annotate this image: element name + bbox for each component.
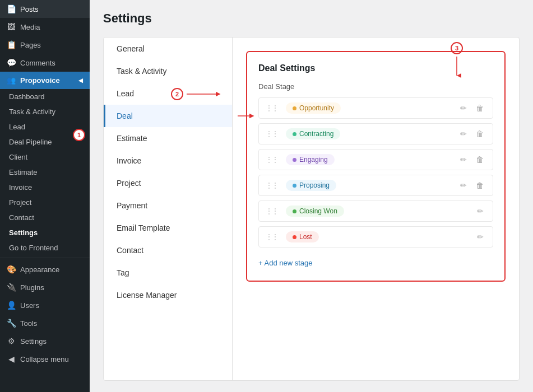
sidebar-item-appearance[interactable]: 🎨 Appearance xyxy=(0,260,90,278)
drag-handle-proposing[interactable]: ⋮⋮ xyxy=(266,181,278,189)
delete-opportunity-button[interactable]: 🗑 xyxy=(474,102,486,114)
stage-row-opportunity: ⋮⋮ Opportunity ✏ 🗑 xyxy=(258,97,493,119)
plugins-icon: 🔌 xyxy=(7,283,16,292)
stage-badge-proposing: Proposing xyxy=(286,180,336,191)
stage-actions-engaging: ✏ 🗑 xyxy=(458,154,486,165)
engaging-dot xyxy=(293,158,296,162)
proposing-dot xyxy=(293,184,296,188)
drag-handle-closing-won[interactable]: ⋮⋮ xyxy=(266,207,278,215)
sidebar: 📄 Posts 🖼 Media 📋 Pages 💬 Comments 👥 Pro… xyxy=(0,0,90,392)
settings-nav: General Task & Activity Lead Deal xyxy=(104,38,233,380)
stage-actions-lost: ✏ xyxy=(475,231,486,242)
posts-icon: 📄 xyxy=(7,4,16,13)
edit-engaging-button[interactable]: ✏ xyxy=(458,154,469,165)
sidebar-item-settings[interactable]: Settings xyxy=(0,225,90,240)
settings-nav-email-template[interactable]: Email Template xyxy=(104,217,232,239)
deal-settings-border: Deal Settings Deal Stage ⋮⋮ Opportunity … xyxy=(246,51,506,282)
sidebar-item-plugins[interactable]: 🔌 Plugins xyxy=(0,278,90,296)
stage-row-lost: ⋮⋮ Lost ✏ xyxy=(258,226,493,248)
settings-layout: General Task & Activity Lead Deal xyxy=(103,37,520,381)
settings-area: Settings General Task & Activity Lead De… xyxy=(90,0,533,392)
settings-nav-task-activity[interactable]: Task & Activity xyxy=(104,60,232,82)
stage-badge-engaging: Engaging xyxy=(286,154,335,165)
media-icon: 🖼 xyxy=(7,22,16,31)
delete-engaging-button[interactable]: 🗑 xyxy=(474,154,486,165)
sidebar-item-settings-wp[interactable]: ⚙ Settings xyxy=(0,332,90,350)
stage-actions-contracting: ✏ 🗑 xyxy=(458,128,486,139)
collapse-icon: ◀ xyxy=(7,354,16,363)
add-stage-button[interactable]: + Add new stage xyxy=(258,256,313,269)
settings-nav-lead[interactable]: Lead xyxy=(104,82,232,105)
sidebar-item-comments[interactable]: 💬 Comments xyxy=(0,54,90,72)
edit-contracting-button[interactable]: ✏ xyxy=(458,128,469,139)
users-icon: 👤 xyxy=(7,301,16,310)
settings-nav-deal[interactable]: Deal xyxy=(104,105,232,127)
settings-nav-general[interactable]: General xyxy=(104,38,232,60)
drag-handle-engaging[interactable]: ⋮⋮ xyxy=(266,156,278,164)
sidebar-item-estimate[interactable]: Estimate xyxy=(0,165,90,180)
page-title: Settings xyxy=(103,11,520,26)
sidebar-item-dashboard[interactable]: Dashboard xyxy=(0,89,90,104)
stage-badge-contracting: Contracting xyxy=(286,128,340,139)
propovoice-icon: 👥 xyxy=(7,76,16,85)
stage-actions-closing-won: ✏ xyxy=(475,206,486,217)
drag-handle-opportunity[interactable]: ⋮⋮ xyxy=(266,104,278,112)
lost-dot xyxy=(293,235,296,239)
settings-nav-license-manager[interactable]: License Manager xyxy=(104,284,232,306)
sidebar-item-media[interactable]: 🖼 Media xyxy=(0,18,90,36)
stage-actions-proposing: ✏ 🗑 xyxy=(458,180,486,191)
deal-settings-title: Deal Settings xyxy=(258,63,493,73)
tools-icon: 🔧 xyxy=(7,319,16,328)
pages-icon: 📋 xyxy=(7,40,16,49)
opportunity-dot xyxy=(293,106,296,110)
edit-closing-won-button[interactable]: ✏ xyxy=(475,206,486,217)
sidebar-item-posts[interactable]: 📄 Posts xyxy=(0,0,90,18)
sidebar-item-collapse[interactable]: ◀ Collapse menu xyxy=(0,350,90,368)
sidebar-item-tools[interactable]: 🔧 Tools xyxy=(0,314,90,332)
main-content: Settings General Task & Activity Lead De… xyxy=(90,0,533,392)
sidebar-item-go-to-frontend[interactable]: Go to Frontend xyxy=(0,240,90,255)
edit-opportunity-button[interactable]: ✏ xyxy=(458,102,469,114)
sidebar-item-pages[interactable]: 📋 Pages xyxy=(0,36,90,54)
stage-row-contracting: ⋮⋮ Contracting ✏ 🗑 xyxy=(258,123,493,144)
settings-nav-tag[interactable]: Tag xyxy=(104,262,232,284)
edit-proposing-button[interactable]: ✏ xyxy=(458,180,469,191)
sidebar-propovoice[interactable]: 👥 Propovoice xyxy=(0,72,90,89)
stage-badge-lost: Lost xyxy=(286,231,319,242)
stage-badge-opportunity: Opportunity xyxy=(286,102,341,114)
sidebar-item-client[interactable]: Client xyxy=(0,150,90,165)
sidebar-item-task-activity[interactable]: Task & Activity xyxy=(0,104,90,119)
edit-lost-button[interactable]: ✏ xyxy=(475,231,486,242)
sidebar-item-users[interactable]: 👤 Users xyxy=(0,296,90,314)
sidebar-sub-menu: Dashboard Task & Activity Lead Deal Pipe… xyxy=(0,89,90,255)
stage-row-proposing: ⋮⋮ Proposing ✏ 🗑 xyxy=(258,175,493,196)
stage-row-engaging: ⋮⋮ Engaging ✏ 🗑 xyxy=(258,149,493,170)
sidebar-item-contact[interactable]: Contact xyxy=(0,210,90,225)
sidebar-divider xyxy=(0,258,90,258)
drag-handle-contracting[interactable]: ⋮⋮ xyxy=(266,130,278,138)
sidebar-item-project[interactable]: Project xyxy=(0,195,90,210)
appearance-icon: 🎨 xyxy=(7,265,16,274)
deal-settings-panel: 3 2 xyxy=(233,38,519,380)
drag-handle-lost[interactable]: ⋮⋮ xyxy=(266,233,278,241)
stage-row-closing-won: ⋮⋮ Closing Won ✏ xyxy=(258,200,493,222)
settings-wp-icon: ⚙ xyxy=(7,337,16,346)
stage-actions-opportunity: ✏ 🗑 xyxy=(458,102,486,114)
settings-nav-estimate[interactable]: Estimate xyxy=(104,127,232,150)
annotation-1-circle: 1 xyxy=(73,129,85,141)
deal-stage-label: Deal Stage xyxy=(258,82,493,91)
settings-nav-contact[interactable]: Contact xyxy=(104,239,232,262)
delete-contracting-button[interactable]: 🗑 xyxy=(474,128,486,139)
settings-nav-payment[interactable]: Payment xyxy=(104,194,232,217)
delete-proposing-button[interactable]: 🗑 xyxy=(474,180,486,191)
settings-nav-project[interactable]: Project xyxy=(104,172,232,194)
contracting-dot xyxy=(293,132,296,136)
comments-icon: 💬 xyxy=(7,58,16,67)
sidebar-item-invoice[interactable]: Invoice xyxy=(0,180,90,195)
stage-badge-closing-won: Closing Won xyxy=(286,206,344,217)
closing-won-dot xyxy=(293,209,296,213)
settings-nav-invoice[interactable]: Invoice xyxy=(104,150,232,172)
